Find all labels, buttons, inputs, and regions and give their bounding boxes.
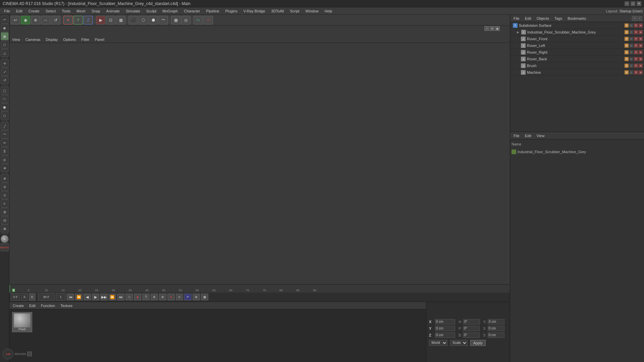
tb-pen[interactable]: ✏ xyxy=(1,139,9,147)
viewport-area[interactable]: View Cameras Display Options Filter Pane… xyxy=(9,25,510,284)
obj-ctrl-color-rovb[interactable]: ■ xyxy=(625,57,629,61)
tb-render[interactable]: ▶ xyxy=(96,16,105,24)
obj-icon-2[interactable]: ✓ xyxy=(637,16,642,21)
tb-x[interactable]: ✕ xyxy=(63,16,73,24)
obj-ctrl-color-brush[interactable]: ■ xyxy=(625,64,629,68)
tb-y[interactable]: Y xyxy=(73,16,83,24)
attr-menu-file[interactable]: File xyxy=(512,133,521,138)
menu-script[interactable]: Script xyxy=(287,8,302,14)
play-reverse-button[interactable]: ◀ xyxy=(84,294,91,300)
menu-help[interactable]: Help xyxy=(322,8,335,14)
coord-b-input[interactable] xyxy=(463,333,480,338)
tb-camera2[interactable]: ▦ xyxy=(171,16,180,24)
tb-deform[interactable]: 〜 xyxy=(159,16,168,24)
tb-tool2[interactable]: ⊘ xyxy=(1,183,9,191)
obj-ctrl-vis3-rovl[interactable]: ● xyxy=(639,44,643,48)
tb-line[interactable]: ╱ xyxy=(1,122,9,130)
restore-button[interactable]: □ xyxy=(631,1,635,6)
tb-mode2[interactable]: ▣ xyxy=(1,32,9,40)
obj-ctrl-vis1-rovb[interactable]: ◻ xyxy=(629,57,633,61)
extras-btn-6[interactable]: ⊞ xyxy=(193,294,200,300)
tb-material[interactable]: ● xyxy=(1,235,9,243)
prev-frame-button[interactable]: ⏪ xyxy=(75,294,83,300)
go-start-button[interactable]: ⏮ xyxy=(67,294,74,300)
tb-select4[interactable]: ⬡ xyxy=(1,112,9,120)
obj-ctrl-vis3-brush[interactable]: ● xyxy=(639,64,643,68)
mat-menu-create[interactable]: Create xyxy=(11,303,25,308)
tb-rotate-tool[interactable]: ↺ xyxy=(51,16,60,24)
obj-menu-edit[interactable]: Edit xyxy=(524,16,533,21)
tb-select3[interactable]: ⬟ xyxy=(1,103,9,111)
tb-undo[interactable]: ↩ xyxy=(1,15,9,23)
obj-menu-tags[interactable]: Tags xyxy=(553,16,564,21)
attr-menu-edit[interactable]: Edit xyxy=(524,133,533,138)
tb-scale[interactable]: ⤢ xyxy=(1,68,9,76)
obj-ctrl-vis3-rovf[interactable]: ● xyxy=(639,37,643,41)
python-icon[interactable] xyxy=(27,352,32,356)
obj-ctrl-color-rovr[interactable]: ■ xyxy=(625,50,629,54)
mat-menu-texture[interactable]: Texture xyxy=(59,303,74,308)
timeline-ruler[interactable]: 0 5 10 15 20 25 30 35 40 45 50 55 xyxy=(9,285,510,293)
tb-select2[interactable]: ⬭ xyxy=(1,95,9,103)
obj-item-brush[interactable]: △ Brush ■ ◻ ✕ ● xyxy=(510,62,644,69)
tb-tool7[interactable]: ⊠ xyxy=(1,225,9,233)
obj-ctrl-vis1-subdiv[interactable]: ◻ xyxy=(629,23,633,27)
tb-render2[interactable]: ⊡ xyxy=(106,16,115,24)
coord-z-input[interactable] xyxy=(435,333,455,338)
tb-move-tool[interactable]: ⊕ xyxy=(31,16,40,24)
minimize-button[interactable]: ─ xyxy=(625,1,629,6)
vp-menu-panel[interactable]: Panel xyxy=(94,37,106,42)
tb-scale-tool[interactable]: ↔ xyxy=(41,16,50,24)
menu-snap[interactable]: Snap xyxy=(89,8,103,14)
mode-btn-2[interactable]: ? xyxy=(142,294,150,300)
tb-select1[interactable]: ▢ xyxy=(1,86,9,95)
obj-ctrl-color-mach[interactable]: ■ xyxy=(625,70,629,74)
vp-menu-filter[interactable]: Filter xyxy=(80,37,91,42)
obj-menu-objects[interactable]: Objects xyxy=(535,16,550,21)
obj-ctrl-vis3-rovb[interactable]: ● xyxy=(639,57,643,61)
obj-ctrl-vis2-brush[interactable]: ✕ xyxy=(634,64,638,68)
menu-3dtoall[interactable]: 3DToAll xyxy=(269,8,287,14)
menu-pipeline[interactable]: Pipeline xyxy=(204,8,222,14)
attr-menu-view[interactable]: View xyxy=(535,133,546,138)
menu-mograph[interactable]: MoGraph xyxy=(160,8,180,14)
obj-ctrl-vis1-rovf[interactable]: ◻ xyxy=(629,37,633,41)
obj-item-rover-right[interactable]: △ Rover_Right ■ ◻ ✕ ● xyxy=(510,49,644,56)
menu-select[interactable]: Select xyxy=(43,8,59,14)
obj-ctrl-vis3-mach[interactable]: ● xyxy=(639,70,643,74)
mode-btn-1[interactable]: ⬡ xyxy=(125,294,133,300)
obj-ctrl-vis1-rovr[interactable]: ◻ xyxy=(629,50,633,54)
obj-ctrl-vis1-mach[interactable]: ◻ xyxy=(629,70,633,74)
obj-item-rover-back[interactable]: △ Rover_Back ■ ◻ ✕ ● xyxy=(510,56,644,62)
menu-edit[interactable]: Edit xyxy=(13,8,25,14)
vp-menu-display[interactable]: Display xyxy=(44,37,59,42)
tb-null[interactable]: ⊕ xyxy=(1,164,9,172)
record-button[interactable]: ● xyxy=(134,294,141,300)
tb-maxon[interactable]: MAXON xyxy=(1,243,9,251)
mat-menu-edit[interactable]: Edit xyxy=(28,303,37,308)
extras-btn-2[interactable]: ⊗ xyxy=(159,294,166,300)
tb-light2[interactable]: ◎ xyxy=(181,16,191,24)
tb-undo2[interactable]: ↩ xyxy=(11,16,20,24)
tb-nurbs[interactable]: ⬡ xyxy=(139,16,148,24)
material-item-plasti[interactable]: Plasti xyxy=(12,312,32,332)
obj-item-rover-front[interactable]: △ Rover_Front ■ ◻ ✕ ● xyxy=(510,36,644,42)
obj-ctrl-vis1-machine[interactable]: ◻ xyxy=(629,30,633,34)
play-fast-button[interactable]: ▶▶ xyxy=(100,294,108,300)
tb-z[interactable]: Z xyxy=(84,16,93,24)
tb-tool5[interactable]: ⊞ xyxy=(1,208,9,216)
menu-character[interactable]: Character xyxy=(181,8,203,14)
close-button[interactable]: ✕ xyxy=(637,1,641,6)
go-end-button[interactable]: ⏭ xyxy=(117,294,124,300)
coord-system-select[interactable]: World Object xyxy=(429,340,447,346)
tb-c4d[interactable]: C4 xyxy=(204,16,213,24)
tb-render3[interactable]: ▦ xyxy=(116,16,125,24)
coord-sz-input[interactable] xyxy=(488,333,504,338)
play-button[interactable]: ▶ xyxy=(92,294,99,300)
menu-sculpt[interactable]: Sculpt xyxy=(144,8,159,14)
obj-ctrl-vis3-machine[interactable]: ● xyxy=(639,30,643,34)
tb-camera[interactable]: $ xyxy=(1,147,9,155)
tb-tool6[interactable]: ⊟ xyxy=(1,216,9,224)
obj-ctrl-vis1-rovl[interactable]: ◻ xyxy=(629,44,633,48)
tb-mode1[interactable]: ◉ xyxy=(1,24,9,32)
